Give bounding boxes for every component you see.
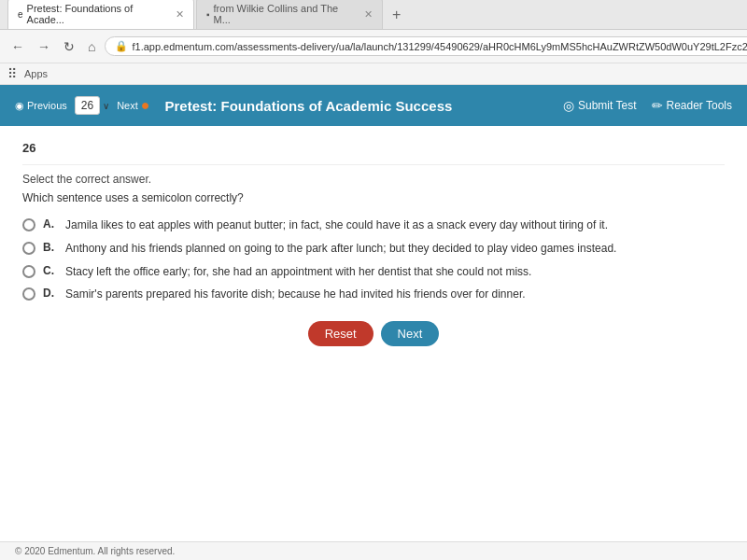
app-header: ◉ Previous 26 ∨ Next ● Pretest: Foundati… — [0, 85, 747, 126]
back-button[interactable]: ← — [7, 37, 28, 56]
option-a-label: A. — [43, 217, 58, 231]
submit-label: Submit Test — [578, 99, 636, 112]
reset-button[interactable]: Reset — [308, 321, 374, 346]
previous-button[interactable]: ◉ Previous — [15, 100, 67, 112]
footer: © 2020 Edmentum. All rights reserved. — [0, 541, 747, 560]
tab-pretest[interactable]: e Pretest: Foundations of Acade... ✕ — [7, 0, 194, 29]
option-d[interactable]: D. Samir's parents prepared his favorite… — [22, 287, 725, 302]
header-left: ◉ Previous 26 ∨ Next ● Pretest: Foundati… — [15, 96, 452, 115]
divider — [22, 164, 725, 165]
tab-icon-1: e — [18, 9, 23, 20]
bookmarks-bar: ⠿ Apps — [0, 63, 747, 85]
option-c-text: Stacy left the office early; for, she ha… — [65, 264, 531, 280]
apps-label[interactable]: Apps — [24, 68, 48, 79]
apps-dots-icon: ⠿ — [7, 66, 17, 81]
tab-label-2: from Wilkie Collins and The M... — [214, 3, 357, 25]
new-tab-button[interactable]: + — [385, 3, 408, 27]
option-c[interactable]: C. Stacy left the office early; for, she… — [22, 264, 725, 280]
option-a-text: Jamila likes to eat apples with peanut b… — [65, 217, 608, 233]
next-nav-label: Next — [117, 100, 138, 111]
tab-label-1: Pretest: Foundations of Acade... — [27, 3, 168, 25]
reload-button[interactable]: ↻ — [60, 37, 78, 56]
option-c-label: C. — [43, 264, 58, 277]
previous-icon: ◉ — [15, 100, 24, 112]
radio-b[interactable] — [22, 242, 35, 255]
options-list: A. Jamila likes to eat apples with peanu… — [22, 217, 725, 302]
address-text: f1.app.edmentum.com/assessments-delivery… — [132, 41, 747, 52]
radio-d[interactable] — [22, 287, 35, 301]
submit-test-button[interactable]: ◎ Submit Test — [563, 98, 636, 113]
tab-wilkie[interactable]: ▪ from Wilkie Collins and The M... ✕ — [196, 0, 383, 29]
option-b[interactable]: B. Anthony and his friends planned on go… — [22, 241, 725, 257]
lock-icon: 🔒 — [115, 40, 128, 52]
instruction-text: Select the correct answer. — [22, 173, 725, 186]
dropdown-arrow-icon: ∨ — [103, 101, 109, 111]
tab-close-1[interactable]: ✕ — [176, 8, 184, 21]
option-d-label: D. — [43, 287, 58, 300]
question-text: Which sentence uses a semicolon correctl… — [22, 191, 725, 204]
address-bar-row: ← → ↻ ⌂ 🔒 f1.app.edmentum.com/assessment… — [0, 30, 747, 63]
reader-tools-label: Reader Tools — [667, 99, 733, 112]
tab-bar: e Pretest: Foundations of Acade... ✕ ▪ f… — [0, 0, 747, 30]
option-b-text: Anthony and his friends planned on going… — [65, 241, 616, 257]
previous-label: Previous — [27, 100, 67, 111]
address-bar[interactable]: 🔒 f1.app.edmentum.com/assessments-delive… — [105, 36, 747, 56]
reader-tools-button[interactable]: ✏ Reader Tools — [652, 98, 733, 113]
header-right: ◎ Submit Test ✏ Reader Tools — [563, 98, 732, 113]
question-number: 26 — [75, 96, 100, 115]
option-b-label: B. — [43, 241, 58, 254]
option-d-text: Samir's parents prepared his favorite di… — [65, 287, 526, 302]
tab-icon-2: ▪ — [206, 9, 210, 20]
next-nav-button[interactable]: Next ● — [117, 97, 149, 114]
page-title: Pretest: Foundations of Academic Success — [164, 98, 452, 114]
forward-button[interactable]: → — [34, 37, 54, 56]
orange-dot-icon: ● — [141, 97, 150, 114]
reader-icon: ✏ — [652, 98, 663, 113]
radio-c[interactable] — [22, 265, 35, 278]
copyright-text: © 2020 Edmentum. All rights reserved. — [15, 546, 175, 556]
next-button[interactable]: Next — [381, 321, 440, 346]
main-content: 26 Select the correct answer. Which sent… — [0, 126, 747, 541]
question-header: 26 — [22, 141, 725, 155]
radio-a[interactable] — [22, 218, 35, 231]
tab-close-2[interactable]: ✕ — [364, 8, 373, 21]
home-button[interactable]: ⌂ — [84, 37, 99, 56]
button-row: Reset Next — [22, 321, 725, 346]
option-a[interactable]: A. Jamila likes to eat apples with peanu… — [22, 217, 725, 233]
submit-icon: ◎ — [563, 98, 574, 113]
